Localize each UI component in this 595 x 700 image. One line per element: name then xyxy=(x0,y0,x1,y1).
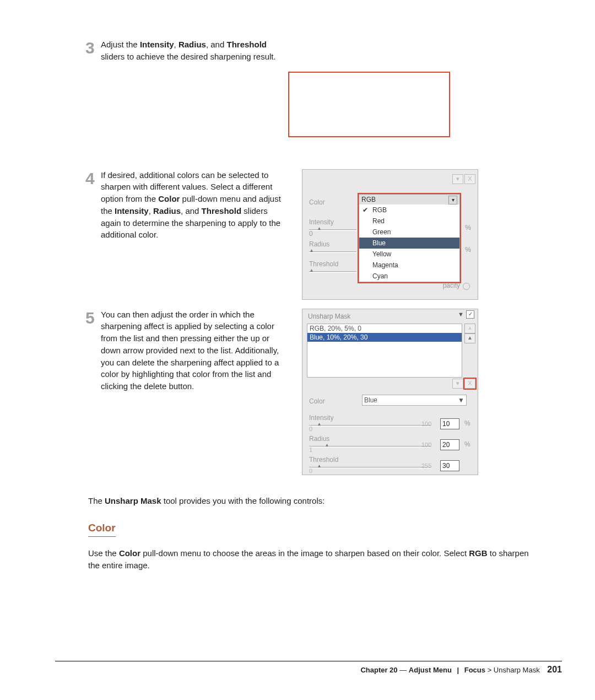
step-4-color: Color xyxy=(158,194,180,203)
slider-handle-icon[interactable]: ▴ xyxy=(318,421,321,427)
color-label: Color xyxy=(309,198,325,206)
chevron-down-icon: ▼ xyxy=(458,396,464,405)
intro-tool-name: Unsharp Mask xyxy=(105,496,161,505)
unsharp-panel-color-dropdown: ▾ X Color Intensity ▴ 0 % Radius ▴ % Thr… xyxy=(302,169,478,300)
opacity-label-clipped: pacity xyxy=(443,282,460,289)
close-icon[interactable]: X xyxy=(464,174,475,184)
panel-enable-checkbox[interactable]: ✓ xyxy=(466,310,474,319)
footer-chapter: Chapter 20 xyxy=(360,666,397,674)
radius-min: 1 xyxy=(309,446,312,453)
color-frag: pull-down menu to choose the areas in th… xyxy=(140,548,469,558)
step-5-number: 5 xyxy=(33,309,101,326)
intensity-label: Intensity xyxy=(309,414,334,422)
page-footer: Chapter 20 — Adjust Menu | Focus > Unsha… xyxy=(55,661,562,675)
color-section-body: Use the Color pull-down menu to choose t… xyxy=(88,547,529,572)
color-keyword: Color xyxy=(119,548,140,558)
footer-divider: | xyxy=(457,666,459,674)
threshold-input[interactable]: 30 xyxy=(440,460,459,471)
radius-slider[interactable] xyxy=(309,251,356,253)
threshold-slider[interactable] xyxy=(309,467,430,469)
step-5-text: You can then adjust the order in which t… xyxy=(101,309,296,392)
color-option[interactable]: Red xyxy=(359,216,459,227)
footer-breadcrumb: Unsharp Mask xyxy=(494,666,540,674)
threshold-label: Threshold xyxy=(309,456,338,464)
threshold-slider[interactable] xyxy=(309,271,356,273)
step-4-frag: , and xyxy=(181,206,202,216)
step-3-text: Adjust the Intensity, Radius, and Thresh… xyxy=(101,39,296,63)
radius-unit: % xyxy=(465,246,471,254)
page-number: 201 xyxy=(547,665,562,674)
color-select[interactable]: Blue ▼ xyxy=(362,395,467,406)
unsharp-intro: The Unsharp Mask tool provides you with … xyxy=(88,495,529,507)
dropdown-caret-icon[interactable]: ▾ xyxy=(452,379,463,389)
list-item[interactable]: RGB, 20%, 5%, 0 xyxy=(307,324,462,333)
opacity-radio[interactable] xyxy=(463,283,470,290)
color-option[interactable]: Blue xyxy=(359,238,459,249)
color-option[interactable]: Cyan xyxy=(359,271,459,282)
footer-section: Adjust Menu xyxy=(409,666,452,674)
step-4-threshold: Threshold xyxy=(202,206,242,216)
step-3-frag: , and xyxy=(206,40,227,49)
intensity-max: 100 xyxy=(421,421,431,427)
slider-handle-icon[interactable]: ▴ xyxy=(310,247,313,253)
color-option-label: RGB xyxy=(372,206,387,214)
radius-unit: % xyxy=(464,440,470,448)
intensity-min: 0 xyxy=(309,230,313,238)
color-option[interactable]: Yellow xyxy=(359,249,459,260)
intensity-min: 0 xyxy=(309,426,312,432)
color-dropdown-selected: RGB xyxy=(361,196,376,203)
step-4-frag: , xyxy=(149,206,153,216)
intensity-input[interactable]: 10 xyxy=(440,418,459,429)
intensity-label: Intensity xyxy=(309,218,334,226)
step-3-number: 3 xyxy=(33,39,101,63)
dropdown-caret-icon[interactable]: ▾ xyxy=(452,174,463,184)
threshold-label: Threshold xyxy=(309,260,338,268)
radius-input[interactable]: 20 xyxy=(440,439,459,450)
callout-figure-step3 xyxy=(288,72,450,137)
color-section-heading: Color xyxy=(88,520,116,537)
color-option-label: Red xyxy=(372,217,385,225)
color-option-label: Yellow xyxy=(372,250,391,258)
step-3-frag: , xyxy=(174,40,178,49)
chevron-right-icon: > xyxy=(488,666,492,674)
delete-button[interactable]: X xyxy=(464,379,475,389)
footer-breadcrumb: Focus xyxy=(464,666,485,674)
color-option[interactable]: Green xyxy=(359,227,459,238)
move-up-button[interactable]: ▲ xyxy=(464,324,475,333)
chevron-down-icon[interactable]: ▾ xyxy=(448,196,457,204)
step-3-frag: sliders to achieve the desired sharpenin… xyxy=(101,52,276,61)
sharpen-list[interactable]: RGB, 20%, 5%, 0 Blue, 10%, 20%, 30 xyxy=(307,324,462,378)
step-3-frag: Adjust the xyxy=(101,40,140,49)
intensity-slider[interactable] xyxy=(309,425,430,427)
check-icon: ✔ xyxy=(363,206,368,214)
color-frag: Use the xyxy=(88,548,119,558)
color-option-label: Blue xyxy=(372,239,386,247)
unsharp-panel-list: Unsharp Mask ▼ ✓ RGB, 20%, 5%, 0 Blue, 1… xyxy=(302,309,478,475)
step-4-radius: Radius xyxy=(153,206,181,216)
color-option[interactable]: Magenta xyxy=(359,260,459,271)
slider-handle-icon[interactable]: ▴ xyxy=(310,267,313,273)
slider-handle-icon[interactable]: ▴ xyxy=(326,441,328,448)
intensity-unit: % xyxy=(464,419,470,427)
intensity-slider[interactable] xyxy=(309,229,356,231)
slider-handle-icon[interactable]: ▴ xyxy=(318,462,321,469)
threshold-min: 0 xyxy=(309,467,312,474)
intensity-unit: % xyxy=(465,224,471,231)
list-item[interactable]: Blue, 10%, 20%, 30 xyxy=(307,333,462,342)
intro-frag: The xyxy=(88,496,105,505)
step-4-text: If desired, additional colors can be sel… xyxy=(101,169,296,241)
move-down-button[interactable]: ▲ xyxy=(464,333,475,343)
step-3-threshold: Threshold xyxy=(226,40,267,49)
slider-handle-icon[interactable]: ▴ xyxy=(318,225,321,231)
rgb-keyword: RGB xyxy=(469,548,487,558)
intro-frag: tool provides you with the following con… xyxy=(161,496,325,505)
color-dropdown[interactable]: RGB ▾ ✔RGBRedGreenBlueYellowMagentaCyan xyxy=(359,194,460,282)
step-4-intensity: Intensity xyxy=(115,206,149,216)
panel-caret-icon[interactable]: ▼ xyxy=(458,311,464,317)
radius-max: 100 xyxy=(421,441,431,448)
color-dropdown-head[interactable]: RGB ▾ xyxy=(359,195,459,204)
step-4-number: 4 xyxy=(33,169,101,187)
color-dropdown-list[interactable]: ✔RGBRedGreenBlueYellowMagentaCyan xyxy=(359,204,459,282)
color-option[interactable]: ✔RGB xyxy=(359,204,459,216)
panel-title: Unsharp Mask xyxy=(308,313,350,320)
